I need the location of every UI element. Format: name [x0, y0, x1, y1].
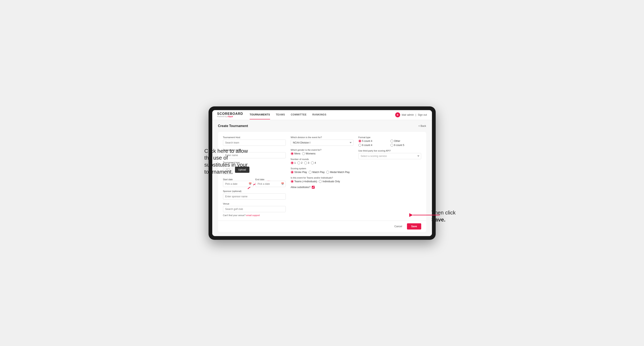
- scoring-match-radio[interactable]: [309, 171, 312, 173]
- scoring-stroke-radio[interactable]: [291, 171, 294, 173]
- scoring-stroke[interactable]: Stroke Play: [291, 171, 307, 173]
- logo-area: SCOREBOARD Powered by clippd: [217, 112, 243, 118]
- logo-powered: Powered by clippd: [217, 116, 243, 118]
- rounds-label: Number of rounds: [291, 158, 354, 161]
- gender-mens-label: Mens: [294, 152, 300, 155]
- rounds-2-label: 2: [301, 162, 302, 164]
- user-name: blair admin: [402, 113, 414, 116]
- rounds-radio-group: 1 2 3: [291, 162, 354, 164]
- gender-womens[interactable]: Womens: [302, 152, 316, 155]
- event-individuals-label: Individuals Only: [322, 180, 340, 183]
- event-teams-label: Teams (+Individuals): [294, 180, 317, 183]
- format-6count4-radio[interactable]: [358, 144, 361, 147]
- form-grid: Tournament Host Tournament name Tourname…: [218, 132, 426, 221]
- event-individuals-radio[interactable]: [319, 180, 322, 183]
- date-row: Start date 📅 End date: [223, 177, 286, 187]
- scoring-match-label: Match Play: [312, 171, 324, 173]
- gender-radio-group: Mens Womens: [291, 152, 354, 155]
- nav-link-tournaments[interactable]: TOURNAMENTS: [250, 110, 270, 119]
- scoring-system-label: Scoring system: [291, 167, 354, 170]
- format-5count4[interactable]: 5 count 4: [358, 140, 389, 143]
- venue-input[interactable]: [223, 206, 286, 212]
- event-teams[interactable]: Teams (+Individuals): [291, 180, 317, 183]
- start-date-label: Start date: [223, 178, 233, 181]
- allow-substitutes-text: Allow substitutes?: [291, 186, 310, 189]
- form-footer: Cancel Save: [218, 221, 426, 232]
- rounds-2-radio[interactable]: [297, 162, 300, 164]
- annotation-left: Click here to allow the use of substitut…: [204, 148, 250, 175]
- nav-bar: SCOREBOARD Powered by clippd TOURNAMENTS…: [212, 110, 432, 120]
- format-other[interactable]: Other: [390, 140, 421, 143]
- allow-substitutes-group: Allow substitutes?: [291, 186, 354, 189]
- logo-scoreboard: SCOREBOARD: [217, 112, 243, 116]
- event-type-radio-group: Teams (+Individuals) Individuals Only: [291, 180, 354, 183]
- date-group: Start date 📅 End date: [223, 177, 286, 187]
- scoring-medal-radio[interactable]: [326, 171, 329, 173]
- rounds-group: Number of rounds 1 2: [291, 158, 354, 164]
- division-group: Which division is the event for? NCAA Di…: [291, 136, 354, 146]
- live-scoring-group: Use third-party live scoring API? Select…: [358, 150, 421, 159]
- end-date-group: End date 📅: [256, 177, 286, 187]
- rounds-4-radio[interactable]: [311, 162, 314, 164]
- format-other-radio[interactable]: [390, 140, 393, 143]
- event-type-group: Is this event for Teams and/or Individua…: [291, 176, 354, 183]
- division-select[interactable]: NCAA Division I: [291, 140, 354, 146]
- page-title: Create Tournament: [218, 124, 248, 128]
- sponsor-input[interactable]: [223, 193, 286, 200]
- format-type-label: Format type: [358, 136, 421, 139]
- back-link[interactable]: < Back: [418, 125, 426, 127]
- format-6count4[interactable]: 6 count 4: [358, 144, 389, 147]
- sign-out-link[interactable]: Sign out: [418, 113, 427, 116]
- nav-link-committee[interactable]: COMMITTEE: [291, 110, 306, 119]
- nav-links: TOURNAMENTS TEAMS COMMITTEE RANKINGS: [250, 110, 395, 119]
- scoring-medal[interactable]: Medal Match Play: [326, 171, 350, 173]
- event-type-label: Is this event for Teams and/or Individua…: [291, 176, 354, 179]
- scoring-system-group: Scoring system Stroke Play Match Play: [291, 167, 354, 173]
- scoring-stroke-label: Stroke Play: [294, 171, 307, 173]
- save-button[interactable]: Save: [407, 223, 421, 229]
- end-calendar-icon: 📅: [281, 182, 284, 185]
- allow-substitutes-checkbox[interactable]: [312, 186, 315, 189]
- rounds-1-label: 1: [294, 162, 296, 164]
- rounds-1[interactable]: 1: [291, 162, 296, 164]
- rounds-3[interactable]: 3: [304, 162, 309, 164]
- event-teams-radio[interactable]: [291, 180, 294, 183]
- nav-right: B blair admin | Sign out: [395, 112, 427, 117]
- rounds-4[interactable]: 4: [311, 162, 316, 164]
- email-support-link[interactable]: email support: [246, 214, 260, 216]
- format-6count5[interactable]: 6 count 5: [390, 144, 421, 147]
- sponsor-group: Sponsor (optional): [223, 190, 286, 200]
- calendar-icon: 📅: [248, 182, 252, 185]
- start-date-wrapper: 📅: [223, 181, 253, 187]
- gender-label: Which gender is the event for?: [291, 149, 354, 151]
- scoring-medal-label: Medal Match Play: [330, 171, 350, 173]
- format-5count4-radio[interactable]: [358, 140, 361, 143]
- nav-link-rankings[interactable]: RANKINGS: [312, 110, 326, 119]
- format-type-group: Format type 5 count 4 Other: [358, 136, 421, 147]
- gender-mens[interactable]: Mens: [291, 152, 300, 155]
- rounds-2[interactable]: 2: [297, 162, 302, 164]
- annotation-right: Then click Save.: [432, 209, 473, 223]
- avatar: B: [395, 112, 400, 117]
- tournament-host-input[interactable]: [223, 140, 286, 146]
- gender-womens-radio[interactable]: [302, 152, 305, 155]
- division-label: Which division is the event for?: [291, 136, 354, 139]
- scoring-system-radio-group: Stroke Play Match Play Medal Match Play: [291, 171, 354, 173]
- gender-mens-radio[interactable]: [291, 152, 294, 155]
- allow-substitutes-label[interactable]: Allow substitutes?: [291, 186, 354, 189]
- venue-label: Venue: [223, 202, 286, 205]
- scoring-match[interactable]: Match Play: [309, 171, 324, 173]
- format-6count4-label: 6 count 4: [362, 144, 372, 147]
- form-column-3: Format type 5 count 4 Other: [358, 136, 421, 216]
- scoring-service-select[interactable]: Select a scoring service: [358, 153, 421, 159]
- page-header: Create Tournament < Back: [218, 124, 426, 128]
- event-individuals[interactable]: Individuals Only: [319, 180, 340, 183]
- format-other-label: Other: [394, 140, 400, 143]
- nav-separator: |: [416, 113, 416, 116]
- live-scoring-label: Use third-party live scoring API?: [358, 150, 421, 152]
- rounds-1-radio[interactable]: [291, 162, 294, 164]
- nav-link-teams[interactable]: TEAMS: [276, 110, 285, 119]
- format-6count5-radio[interactable]: [390, 144, 393, 147]
- cancel-button[interactable]: Cancel: [392, 223, 404, 229]
- rounds-3-radio[interactable]: [304, 162, 307, 164]
